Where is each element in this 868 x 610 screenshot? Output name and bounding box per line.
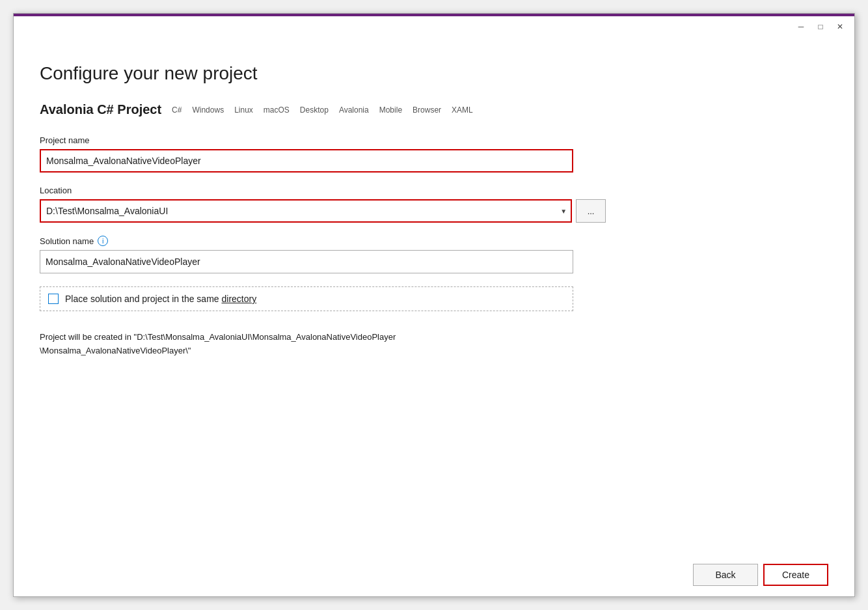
solution-name-label-row: Solution name i <box>40 236 606 246</box>
project-name-input[interactable] <box>40 149 573 173</box>
back-button[interactable]: Back <box>693 564 758 586</box>
tag-linux: Linux <box>234 105 253 115</box>
tag-avalonia: Avalonia <box>339 105 369 115</box>
same-directory-checkbox[interactable] <box>48 294 59 304</box>
tag-windows: Windows <box>192 105 224 115</box>
title-bar: ─ □ ✕ <box>14 16 854 37</box>
footer: Back Create <box>14 553 854 596</box>
location-row: D:\Test\Monsalma_AvaloniaUI ▼ ... <box>40 199 606 223</box>
same-directory-label: Place solution and project in the same d… <box>65 294 256 304</box>
browse-button[interactable]: ... <box>576 199 606 223</box>
tag-csharp: C# <box>172 105 182 115</box>
location-select[interactable]: D:\Test\Monsalma_AvaloniaUI <box>40 199 572 223</box>
location-label: Location <box>40 186 606 195</box>
tag-mobile: Mobile <box>379 105 402 115</box>
create-button[interactable]: Create <box>763 564 828 586</box>
solution-name-group: Solution name i <box>40 236 606 273</box>
project-name-label: Project name <box>40 135 606 145</box>
same-directory-checkbox-row[interactable]: Place solution and project in the same d… <box>40 286 573 311</box>
info-icon: i <box>98 236 108 246</box>
main-window: ─ □ ✕ Configure your new project Avaloni… <box>13 13 855 597</box>
tag-macos: macOS <box>264 105 290 115</box>
close-button[interactable]: ✕ <box>831 20 849 34</box>
info-path-line2: \Monsalma_AvalonaNativeVideoPlayer\" <box>40 346 191 355</box>
location-group: Location D:\Test\Monsalma_AvaloniaUI ▼ .… <box>40 186 606 223</box>
maximize-button[interactable]: □ <box>811 20 830 34</box>
info-path: Project will be created in "D:\Test\Mons… <box>40 331 606 358</box>
info-path-line1: Project will be created in "D:\Test\Mons… <box>40 332 396 342</box>
tag-desktop: Desktop <box>300 105 329 115</box>
tag-browser: Browser <box>413 105 441 115</box>
solution-name-input[interactable] <box>40 250 573 273</box>
directory-underline: directory <box>221 294 256 304</box>
location-select-wrapper: D:\Test\Monsalma_AvaloniaUI ▼ <box>40 199 572 223</box>
solution-name-label: Solution name <box>40 236 94 246</box>
content-area: Configure your new project Avalonia C# P… <box>14 37 854 553</box>
minimize-button[interactable]: ─ <box>792 20 810 34</box>
project-type-name: Avalonia C# Project <box>40 102 161 117</box>
project-name-group: Project name <box>40 135 606 173</box>
page-title: Configure your new project <box>40 63 828 84</box>
form-section: Project name Location D:\Test\Monsalma_A… <box>40 135 606 358</box>
tag-xaml: XAML <box>452 105 473 115</box>
project-type-row: Avalonia C# Project C# Windows Linux mac… <box>40 102 828 117</box>
